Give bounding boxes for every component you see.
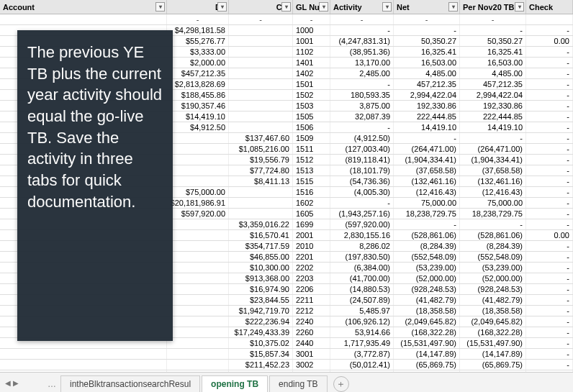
cell-cre[interactable]: $10,375.02 [229,338,293,348]
cell-net[interactable]: 192,330.86 [394,101,460,111]
cell-de[interactable] [167,176,229,186]
cell-de[interactable] [167,230,229,240]
cell-tb[interactable]: (1,904,334.41) [460,155,526,165]
cell-gl[interactable]: 2001 [293,230,330,240]
cell-cre[interactable] [229,68,293,78]
cell-net[interactable]: (528,861.06) [394,230,460,240]
cell-net[interactable]: - [394,25,460,35]
cell-gl[interactable]: 1001 [293,36,330,46]
cell-gl[interactable]: 1102 [293,47,330,57]
cell-tb[interactable]: 18,238,729.75 [460,209,526,219]
cell-net[interactable]: (928,248.53) [394,284,460,294]
cell-gl[interactable]: 1505 [293,111,330,122]
cell-cre[interactable]: $46,855.00 [229,252,293,262]
cell-check[interactable]: - [526,25,573,35]
cell-de[interactable]: $2,813,828.69 [167,79,229,89]
cell-de[interactable] [167,295,229,305]
cell-de[interactable] [167,133,229,143]
cell-de[interactable] [167,327,229,337]
cell-check[interactable]: - [526,111,573,122]
cell-de[interactable]: $4,912.50 [167,122,229,132]
filter-dropdown-icon[interactable]: ▾ [217,2,227,12]
cell-net[interactable]: 457,212.35 [394,79,460,89]
cell-de[interactable]: $4,298,181.58 [167,25,229,35]
cell-net[interactable]: (41,482.79) [394,295,460,305]
cell-cre[interactable]: $8,411.13 [229,176,293,186]
cell-activity[interactable]: (14,880.53) [330,284,394,294]
cell-tb[interactable]: (132,461.16) [460,176,526,186]
cell-check[interactable]: - [526,241,573,251]
cell-activity[interactable]: (3,772.87) [330,349,394,359]
cell-check[interactable]: - [526,284,573,294]
filter-cell[interactable]: - [293,14,330,24]
cell-cre[interactable] [229,198,293,208]
filter-dropdown-icon[interactable]: ▾ [281,2,291,12]
cell-check[interactable]: 0.00 [526,36,573,46]
cell-net[interactable]: (14,147.89) [394,349,460,359]
cell-activity[interactable]: 3,875.00 [330,101,394,111]
cell-tb[interactable]: (2,049,645.82) [460,316,526,327]
cell-activity[interactable]: (819,118.41) [330,155,394,165]
cell-activity[interactable]: (1,943,257.16) [330,209,394,219]
header-de[interactable]: De ▾ [167,0,229,14]
cell-cre[interactable]: $222,236.94 [229,316,293,327]
filter-cell[interactable]: - [460,14,526,24]
filter-cell[interactable]: - [394,14,460,24]
cell-gl[interactable]: 1401 [293,58,330,68]
sheet-tab[interactable]: ending TB [269,375,328,392]
cell-net[interactable]: - [394,133,460,143]
cell-activity[interactable]: 13,170.00 [330,58,394,68]
table-row[interactable]: $211,452.233002(50,012.41)(65,869.75)(65… [0,360,573,370]
cell-activity[interactable]: 32,087.39 [330,111,394,122]
cell-cre[interactable] [229,90,293,100]
cell-net[interactable]: (168,322.28) [394,327,460,337]
cell-gl[interactable]: 1516 [293,187,330,197]
cell-cre[interactable] [229,36,293,46]
cell-activity[interactable]: - [330,79,394,89]
cell-check[interactable]: - [526,263,573,273]
cell-gl[interactable]: 1502 [293,90,330,100]
cell-check[interactable]: - [526,187,573,197]
cell-de[interactable] [167,144,229,154]
cell-cre[interactable] [229,111,293,122]
cell-cre[interactable]: $77,724.80 [229,165,293,176]
cell-net[interactable]: - [394,219,460,229]
cell[interactable] [0,360,167,370]
cell-activity[interactable]: (4,247,831.31) [330,36,394,46]
cell-tb[interactable]: (37,658.58) [460,165,526,176]
cell-check[interactable]: - [526,144,573,154]
cell-tb[interactable]: (53,239.00) [460,263,526,273]
cell-tb[interactable]: (14,147.89) [460,349,526,359]
tab-overflow-ellipsis[interactable]: … [43,376,60,392]
filter-dropdown-icon[interactable]: ▾ [382,2,392,12]
cell-activity[interactable]: (24,507.89) [330,295,394,305]
cell-cre[interactable] [229,47,293,57]
sheet-nav-next-icon[interactable]: ▶ [12,376,19,389]
cell-activity[interactable]: (38,951.36) [330,47,394,57]
filter-dropdown-icon[interactable]: ▾ [155,2,165,12]
cell-de[interactable]: $14,419.10 [167,111,229,122]
cell-activity[interactable]: 8,286.02 [330,241,394,251]
cell-check[interactable]: - [526,133,573,143]
cell-cre[interactable]: $15,857.34 [229,349,293,359]
cell-check[interactable]: - [526,155,573,165]
cell-tb[interactable]: 50,350.27 [460,36,526,46]
cell-check[interactable]: - [526,47,573,57]
cell-cre[interactable]: $10,300.00 [229,263,293,273]
cell-net[interactable]: (8,284.39) [394,241,460,251]
cell-tb[interactable]: (528,861.06) [460,230,526,240]
cell-check[interactable]: - [526,338,573,348]
header-account[interactable]: Account ▾ [0,0,167,14]
cell-activity[interactable]: (597,920.00) [330,219,394,229]
cell-check[interactable]: - [526,90,573,100]
cell-activity[interactable]: 2,485.00 [330,68,394,78]
header-gl[interactable]: GL Num ▾ [293,0,330,14]
cell-tb[interactable]: 457,212.35 [460,79,526,89]
cell-tb[interactable]: 16,325.41 [460,47,526,57]
cell-tb[interactable]: (168,322.28) [460,327,526,337]
cell-de[interactable] [167,219,229,229]
cell-net[interactable]: (1,904,334.41) [394,155,460,165]
cell-cre[interactable]: $23,844.55 [229,295,293,305]
cell-check[interactable]: - [526,252,573,262]
cell-gl[interactable]: 1512 [293,155,330,165]
